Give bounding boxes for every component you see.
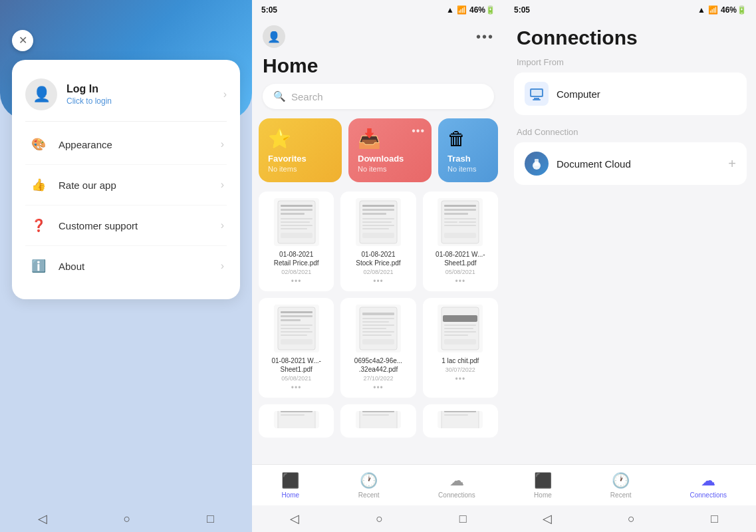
file-item[interactable]: 0695c4a2-96e....32ea442.pdf 27/10/2022 •… xyxy=(340,298,416,398)
file-date: 05/08/2021 xyxy=(281,375,311,382)
favorites-icon: ⭐ xyxy=(268,128,332,150)
search-bar[interactable]: 🔍 Search xyxy=(263,84,494,109)
conn-connections-nav-label: Connections xyxy=(690,491,727,499)
svg-rect-13 xyxy=(362,218,394,219)
svg-rect-53 xyxy=(281,411,313,412)
svg-rect-23 xyxy=(444,221,457,223)
rate-chevron-icon: › xyxy=(221,179,224,191)
recent-nav-label: Recent xyxy=(358,491,380,499)
menu-item-appearance[interactable]: 🎨 Appearance › xyxy=(25,124,227,165)
conn-home-nav-label: Home xyxy=(534,491,552,499)
nav-item-home[interactable]: ⬛ Home xyxy=(281,472,299,499)
file-item-partial[interactable] xyxy=(340,404,416,438)
file-thumbnail-partial xyxy=(356,411,401,428)
file-item[interactable]: 1 lac chit.pdf 30/07/2022 ••• xyxy=(423,298,498,398)
file-more-icon[interactable]: ••• xyxy=(291,383,302,392)
file-more-icon[interactable]: ••• xyxy=(455,277,466,286)
file-thumbnail-partial xyxy=(274,411,319,428)
file-item[interactable]: 01-08-2021Stock Price.pdf 02/08/2021 ••• xyxy=(340,192,416,291)
home-scroll-area[interactable]: ⭐ Favorites No items ••• 📥 Downloads No … xyxy=(252,118,505,464)
svg-rect-20 xyxy=(444,209,476,211)
svg-rect-1 xyxy=(281,205,313,207)
menu-item-support[interactable]: ❓ Customer support › xyxy=(25,205,227,246)
document-cloud-icon xyxy=(525,152,549,176)
home-status-icons: ▲ 📶 46%🔋 xyxy=(446,5,495,15)
conn-nav-item-connections[interactable]: ☁ Connections xyxy=(690,472,727,499)
svg-rect-6 xyxy=(281,225,313,226)
file-item-partial[interactable] xyxy=(259,404,334,438)
file-preview-svg-partial xyxy=(358,411,398,428)
svg-rect-46 xyxy=(443,315,477,322)
home-avatar[interactable]: 👤 xyxy=(263,25,285,48)
svg-rect-21 xyxy=(444,213,468,215)
file-item[interactable]: 01-08-2021 W...-Sheet1.pdf 05/08/2021 ••… xyxy=(423,192,498,291)
file-date: 27/10/2022 xyxy=(363,375,393,382)
about-icon: ℹ️ xyxy=(28,255,49,277)
login-chevron-icon: › xyxy=(223,88,227,100)
svg-rect-17 xyxy=(362,233,394,238)
svg-rect-40 xyxy=(362,325,394,326)
computer-item[interactable]: Computer xyxy=(514,72,747,115)
connections-nav-icon: ☁ xyxy=(449,472,464,489)
home-more-icon[interactable]: ••• xyxy=(476,29,494,45)
file-name: 01-08-2021 W...-Sheet1.pdf xyxy=(436,250,485,267)
trash-icon: 🗑 xyxy=(447,128,489,150)
menu-item-about[interactable]: ℹ️ About › xyxy=(25,246,227,286)
recents-button-conn[interactable]: □ xyxy=(711,512,718,526)
downloads-count: No items xyxy=(358,165,422,173)
svg-rect-49 xyxy=(444,331,476,332)
svg-rect-39 xyxy=(362,321,389,323)
svg-rect-56 xyxy=(362,411,394,412)
svg-rect-8 xyxy=(281,233,313,238)
document-cloud-svg xyxy=(529,156,544,171)
about-label: About xyxy=(59,261,221,272)
file-preview-svg xyxy=(358,306,398,351)
rate-icon: 👍 xyxy=(28,174,49,196)
conn-nav-item-recent[interactable]: 🕐 Recent xyxy=(610,472,632,499)
home-button-conn[interactable]: ○ xyxy=(628,512,635,526)
svg-rect-63 xyxy=(533,99,541,100)
svg-rect-30 xyxy=(281,319,301,321)
home-button[interactable]: ○ xyxy=(124,512,131,526)
back-button-conn[interactable]: ◁ xyxy=(543,511,552,526)
file-more-icon[interactable]: ••• xyxy=(373,383,384,392)
conn-nav-item-home[interactable]: ⬛ Home xyxy=(534,472,552,499)
nav-item-recent[interactable]: 🕐 Recent xyxy=(358,472,380,499)
document-cloud-item[interactable]: Document Cloud + xyxy=(514,142,747,185)
svg-rect-14 xyxy=(362,221,392,223)
close-button[interactable]: ✕ xyxy=(12,30,33,51)
file-item[interactable]: 01-08-2021Retail Price.pdf 02/08/2021 ••… xyxy=(259,192,334,291)
svg-rect-3 xyxy=(281,213,305,215)
downloads-more-icon[interactable]: ••• xyxy=(412,125,425,137)
folder-favorites[interactable]: ⭐ Favorites No items xyxy=(259,118,342,182)
file-more-icon[interactable]: ••• xyxy=(455,374,466,384)
files-grid: 01-08-2021Retail Price.pdf 02/08/2021 ••… xyxy=(259,192,498,398)
folder-trash[interactable]: 🗑 Trash No items xyxy=(438,118,498,182)
login-section[interactable]: 👤 Log In Click to login › xyxy=(25,73,227,122)
add-connection-plus-icon[interactable]: + xyxy=(728,156,736,172)
menu-item-rate[interactable]: 👍 Rate our app › xyxy=(25,165,227,205)
svg-rect-42 xyxy=(362,331,394,332)
folder-downloads[interactable]: ••• 📥 Downloads No items xyxy=(348,118,432,182)
svg-rect-66 xyxy=(535,159,539,164)
home-button-home[interactable]: ○ xyxy=(376,512,383,526)
back-button[interactable]: ◁ xyxy=(38,511,47,526)
panel-connections: 5:05 ▲ 📶 46%🔋 Connections Import From Co… xyxy=(505,0,756,532)
svg-rect-37 xyxy=(362,313,394,315)
recents-button-home[interactable]: □ xyxy=(459,512,467,526)
back-button-home[interactable]: ◁ xyxy=(290,511,299,526)
appearance-chevron-icon: › xyxy=(221,138,224,150)
recents-button[interactable]: □ xyxy=(207,512,214,526)
file-date: 02/08/2021 xyxy=(281,269,311,275)
nav-item-connections[interactable]: ☁ Connections xyxy=(438,472,475,499)
file-item[interactable]: 01-08-2021 W...-Sheet1.pdf 05/08/2021 ••… xyxy=(259,298,334,398)
file-more-icon[interactable]: ••• xyxy=(291,277,302,286)
svg-rect-59 xyxy=(444,411,476,412)
svg-rect-31 xyxy=(281,325,313,326)
bottom-nav-home: ⬛ Home 🕐 Recent ☁ Connections xyxy=(252,464,505,505)
file-preview-svg xyxy=(440,306,480,351)
file-thumbnail xyxy=(274,305,319,352)
file-more-icon[interactable]: ••• xyxy=(373,277,384,286)
file-item-partial[interactable] xyxy=(423,404,498,438)
svg-rect-4 xyxy=(281,218,313,219)
